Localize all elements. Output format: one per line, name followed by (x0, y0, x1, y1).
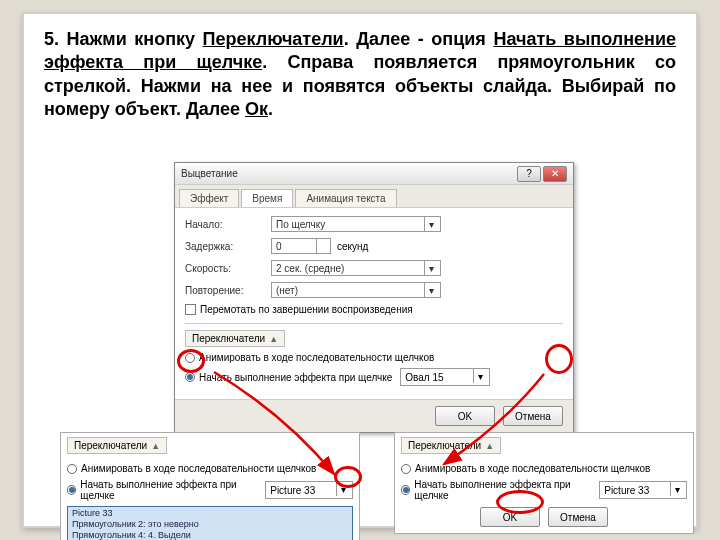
tab-strip: Эффект Время Анимация текста (175, 185, 573, 208)
tab-text-animation[interactable]: Анимация текста (295, 189, 396, 207)
radio-start-on-click[interactable]: Начать выполнение эффекта при щелчке Pic… (67, 479, 353, 501)
delay-spinner[interactable]: 0 (271, 238, 331, 254)
radio-start-on-click[interactable]: Начать выполнение эффекта при щелчке Pic… (401, 479, 687, 501)
step-number: 5. (44, 29, 59, 49)
dialog-button-row: OK Отмена (175, 399, 573, 432)
chevron-down-icon: ▾ (336, 482, 350, 496)
chevron-down-icon: ▾ (424, 261, 438, 275)
rewind-checkbox-row[interactable]: Перемотать по завершении воспроизведения (185, 304, 563, 315)
delay-label: Задержка: (185, 241, 265, 252)
delay-unit: секунд (337, 241, 368, 252)
dropdown-list[interactable]: Picture 33 Прямоугольник 2: это неверно … (67, 506, 353, 540)
radio-icon (401, 464, 411, 474)
tab-timing[interactable]: Время (241, 189, 293, 207)
radio-icon (185, 353, 195, 363)
rewind-label: Перемотать по завершении воспроизведения (200, 304, 413, 315)
checkbox-icon[interactable] (185, 304, 196, 315)
ok-button[interactable]: OK (435, 406, 495, 426)
radio-start-on-click[interactable]: Начать выполнение эффекта при щелчке Ова… (185, 368, 563, 386)
slide-card: 5. Нажми кнопку Переключатели. Далее - о… (22, 12, 698, 528)
spinner-buttons-icon (316, 239, 330, 253)
chevron-down-icon: ▾ (424, 283, 438, 297)
collapse-icon: ▲ (485, 441, 494, 451)
radio-icon (401, 485, 410, 495)
collapse-icon: ▲ (151, 441, 160, 451)
triggers-button[interactable]: Переключатели ▲ (401, 437, 501, 454)
list-item[interactable]: Picture 33 (72, 508, 348, 519)
triggers-section: Переключатели ▲ Анимировать в ходе после… (185, 323, 563, 386)
dialog-titlebar[interactable]: Выцветание ? ✕ (175, 163, 573, 185)
list-item[interactable]: Прямоугольник 4: 4. Выдели (72, 530, 348, 540)
radio-animate-sequence[interactable]: Анимировать в ходе последовательности ще… (67, 463, 353, 474)
trigger-target-combo[interactable]: Picture 33 ▾ (265, 481, 353, 499)
repeat-label: Повторение: (185, 285, 265, 296)
instruction-text: 5. Нажми кнопку Переключатели. Далее - о… (24, 14, 696, 132)
dialog-body: Начало: По щелчку ▾ Задержка: 0 секунд С… (175, 208, 573, 399)
chevron-down-icon: ▾ (424, 217, 438, 231)
start-combo[interactable]: По щелчку ▾ (271, 216, 441, 232)
triggers-snippet-left: Переключатели ▲ Анимировать в ходе после… (60, 432, 360, 540)
ok-button[interactable]: OK (480, 507, 540, 527)
triggers-snippet-right: Переключатели ▲ Анимировать в ходе после… (394, 432, 694, 534)
close-button[interactable]: ✕ (543, 166, 567, 182)
collapse-icon: ▲ (269, 334, 278, 344)
effect-dialog: Выцветание ? ✕ Эффект Время Анимация тек… (174, 162, 574, 433)
speed-combo[interactable]: 2 сек. (средне) ▾ (271, 260, 441, 276)
help-button[interactable]: ? (517, 166, 541, 182)
radio-animate-sequence[interactable]: Анимировать в ходе последовательности ще… (401, 463, 687, 474)
triggers-button[interactable]: Переключатели ▲ (185, 330, 285, 347)
radio-icon (67, 485, 76, 495)
tab-effect[interactable]: Эффект (179, 189, 239, 207)
triggers-button[interactable]: Переключатели ▲ (67, 437, 167, 454)
dialog-title: Выцветание (181, 168, 517, 179)
chevron-down-icon: ▾ (670, 482, 684, 496)
speed-label: Скорость: (185, 263, 265, 274)
chevron-down-icon: ▾ (473, 369, 487, 383)
cancel-button[interactable]: Отмена (503, 406, 563, 426)
trigger-target-combo[interactable]: Овал 15 ▾ (400, 368, 490, 386)
repeat-combo[interactable]: (нет) ▾ (271, 282, 441, 298)
start-label: Начало: (185, 219, 265, 230)
radio-animate-sequence[interactable]: Анимировать в ходе последовательности ще… (185, 352, 563, 363)
radio-icon (185, 372, 195, 382)
cancel-button[interactable]: Отмена (548, 507, 608, 527)
trigger-target-combo[interactable]: Picture 33 ▾ (599, 481, 687, 499)
radio-icon (67, 464, 77, 474)
list-item[interactable]: Прямоугольник 2: это неверно (72, 519, 348, 530)
